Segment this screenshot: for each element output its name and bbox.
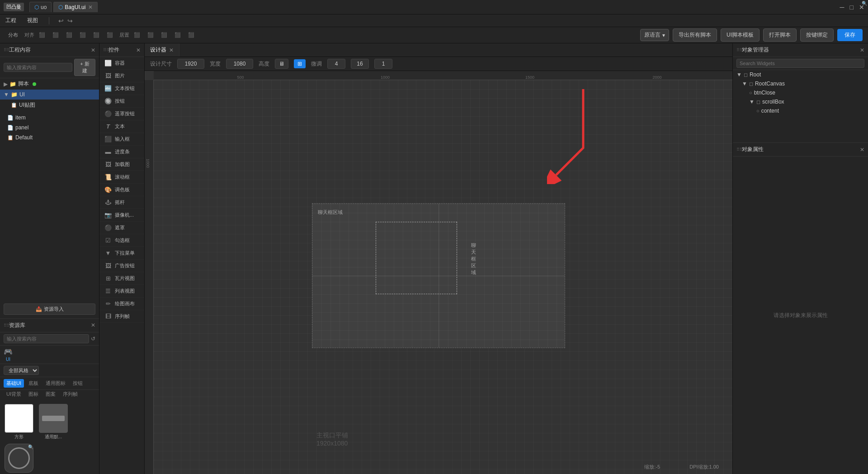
ctrl-adbtn[interactable]: 🖼 广告按钮 <box>99 260 144 272</box>
ctrl-scrollbox[interactable]: 📜 滚动框 <box>99 171 144 184</box>
win-min-btn[interactable]: ─ <box>840 4 844 11</box>
obj-search-input[interactable] <box>736 59 864 68</box>
toolbar-distribute[interactable]: 分布 <box>5 30 21 40</box>
asset-tab-floor[interactable]: 底板 <box>26 379 41 388</box>
project-search-input[interactable] <box>4 63 72 72</box>
menu-project[interactable]: 工程 <box>4 16 18 25</box>
ctrl-tilegrid-label: 瓦片视图 <box>115 275 135 282</box>
asset-sub-bg[interactable]: UI背景 <box>4 390 24 398</box>
asset-panel-close[interactable]: ✕ <box>91 322 95 328</box>
align-btn-1[interactable]: ⬛ <box>36 31 48 39</box>
import-icon: 📥 <box>36 306 42 312</box>
align-btn-3[interactable]: ⬛ <box>63 31 75 39</box>
ctrl-colorpicker[interactable]: 🎨 调色板 <box>99 184 144 196</box>
lang-select[interactable]: 原语言 ▾ <box>640 29 669 41</box>
ctrl-progress[interactable]: ▬ 进度条 <box>99 146 144 158</box>
design-width-input[interactable] <box>177 59 204 69</box>
project-item-default[interactable]: 📋 Default <box>4 133 95 142</box>
pos-btn-1[interactable]: ⬛ <box>131 31 143 39</box>
ctrl-textbtn[interactable]: 🔤 文本按钮 <box>99 82 144 95</box>
asset-item-bar[interactable]: 通用默... <box>38 404 69 440</box>
project-panel-close[interactable]: ✕ <box>91 47 95 53</box>
align-btn-6[interactable]: ⬛ <box>104 31 116 39</box>
app-logo: 凹凸曼 <box>4 3 24 11</box>
pos-btn-2[interactable]: ⬛ <box>145 31 156 39</box>
designer-tab[interactable]: 设计器 ✕ <box>145 43 179 57</box>
align-btn-2[interactable]: ⬛ <box>50 31 61 39</box>
asset-tab-btn[interactable]: 按钮 <box>70 379 85 388</box>
undo-btn[interactable]: ↩ <box>58 17 64 24</box>
obj-node-scrollbox[interactable]: ▼ ◻ scrollBox <box>733 97 868 106</box>
asset-tab-icon[interactable]: 通用图标 <box>43 379 68 388</box>
obj-scrollbox-label: scrollBox <box>762 99 784 105</box>
project-item-item[interactable]: 📄 item <box>4 113 95 123</box>
design-device-btn[interactable]: 🖥 <box>275 59 288 69</box>
obj-node-root[interactable]: ▼ ◻ Root <box>733 70 868 79</box>
win-max-btn[interactable]: □ <box>850 4 854 11</box>
tree-item-ui[interactable]: ▼ 📁 UI <box>0 90 99 100</box>
project-item-panel[interactable]: 📄 panel <box>4 123 95 133</box>
ctrl-dropdown[interactable]: ▼ 下拉菜单 <box>99 247 144 260</box>
tab-uo[interactable]: ⬡ uo <box>29 2 52 12</box>
pos-btn-3[interactable]: ⬛ <box>158 31 170 39</box>
asset-style-select[interactable]: 全部风格 <box>4 366 39 375</box>
ui-template-btn[interactable]: UI脚本模板 <box>721 28 760 42</box>
pos-btn-5[interactable]: ⬛ <box>185 31 197 39</box>
save-btn[interactable]: 保存 <box>837 29 863 41</box>
asset-item-square[interactable]: 方形 🔍 <box>4 404 34 440</box>
ctrl-text[interactable]: T 文本 <box>99 120 144 133</box>
align-btn-5[interactable]: ⬛ <box>90 31 102 39</box>
obj-node-rootcanvas[interactable]: ▼ ◻ RootCanvas <box>733 79 868 88</box>
asset-search-refresh[interactable]: ↺ <box>91 336 95 342</box>
ctrl-listview[interactable]: ☰ 列表视图 <box>99 285 144 298</box>
designer-tab-close[interactable]: ✕ <box>169 47 174 53</box>
design-fine-input2[interactable] <box>351 59 369 69</box>
keybind-btn[interactable]: 按键绑定 <box>800 28 834 42</box>
ctrl-image[interactable]: 🖼 图片 <box>99 70 144 82</box>
obj-manager-close[interactable]: ✕ <box>860 47 864 53</box>
ctrl-camera[interactable]: 📷 摄像机... <box>99 209 144 222</box>
project-new-btn[interactable]: + 新建 <box>74 59 95 76</box>
ctrl-mask[interactable]: ⚫ 遮罩 <box>99 222 144 234</box>
asset-sub-pattern[interactable]: 图案 <box>43 390 58 398</box>
ctrl-input[interactable]: ⬛ 输入框 <box>99 133 144 146</box>
import-btn[interactable]: 📥 资源导入 <box>4 303 95 315</box>
asset-ui-label: UI <box>6 357 10 362</box>
ctrl-loadimg[interactable]: 🖼 加载图 <box>99 158 144 171</box>
tab-bagui-close[interactable]: ✕ <box>88 4 93 10</box>
ctrl-drawcanvas[interactable]: ✏ 绘图画布 <box>99 298 144 310</box>
export-scripts-btn[interactable]: 导出所有脚本 <box>673 28 717 42</box>
ctrl-overlay-icon: ⚫ <box>104 110 112 117</box>
asset-cat-ui[interactable]: 🎮 UI <box>4 347 13 362</box>
ctrl-container[interactable]: ⬜ 容器 <box>99 57 144 70</box>
align-btn-4[interactable]: ⬛ <box>77 31 89 39</box>
asset-item-circle[interactable]: 圆角90... 🔍 <box>4 444 34 474</box>
controls-close[interactable]: ✕ <box>136 47 141 53</box>
menu-view[interactable]: 视图 <box>25 16 40 25</box>
asset-sub-seq[interactable]: 序列帧 <box>60 390 80 398</box>
design-grid-btn[interactable]: ⊞ <box>294 59 306 68</box>
tab-bagui[interactable]: ⬡ BagUI.ui ✕ <box>53 2 98 12</box>
asset-search-input[interactable] <box>4 334 89 343</box>
toolbar-align-group: 对齐 ⬛ ⬛ ⬛ ⬛ ⬛ ⬛ <box>24 31 116 39</box>
design-fine-input1[interactable] <box>327 59 345 69</box>
ctrl-seqframe[interactable]: 🎞 序列帧 <box>99 310 144 323</box>
ctrl-overlay-btn[interactable]: ⚫ 遥罩按钮 <box>99 108 144 120</box>
design-fine-input3[interactable] <box>374 59 392 69</box>
design-height-input[interactable] <box>226 59 253 69</box>
ctrl-checkbox[interactable]: ☑ 勾选框 <box>99 234 144 247</box>
ctrl-tilegrid[interactable]: ⊞ 瓦片视图 <box>99 272 144 285</box>
obj-attrs-close[interactable]: ✕ <box>860 147 864 153</box>
asset-tab-basic[interactable]: 基础UI <box>4 379 24 388</box>
asset-sub-icon[interactable]: 图标 <box>26 390 41 398</box>
ctrl-joystick[interactable]: 🕹 摇杆 <box>99 196 144 209</box>
open-script-btn[interactable]: 打开脚本 <box>763 28 797 42</box>
pos-btn-4[interactable]: ⬛ <box>172 31 184 39</box>
tree-item-ui-tiles[interactable]: 📋 UI贴图 <box>7 100 99 111</box>
ctrl-btn[interactable]: 🔘 按钮 <box>99 95 144 108</box>
redo-btn[interactable]: ↪ <box>67 17 73 24</box>
tree-item-scripts[interactable]: ▶ 📁 脚本 <box>0 78 99 90</box>
obj-node-btnclose[interactable]: ○ btnClose <box>733 88 868 97</box>
canvas-container[interactable]: 500 1000 1500 2000 1000 聊天框区域 聊天框区域 <box>145 71 732 474</box>
obj-node-content[interactable]: ○ content <box>733 106 868 115</box>
